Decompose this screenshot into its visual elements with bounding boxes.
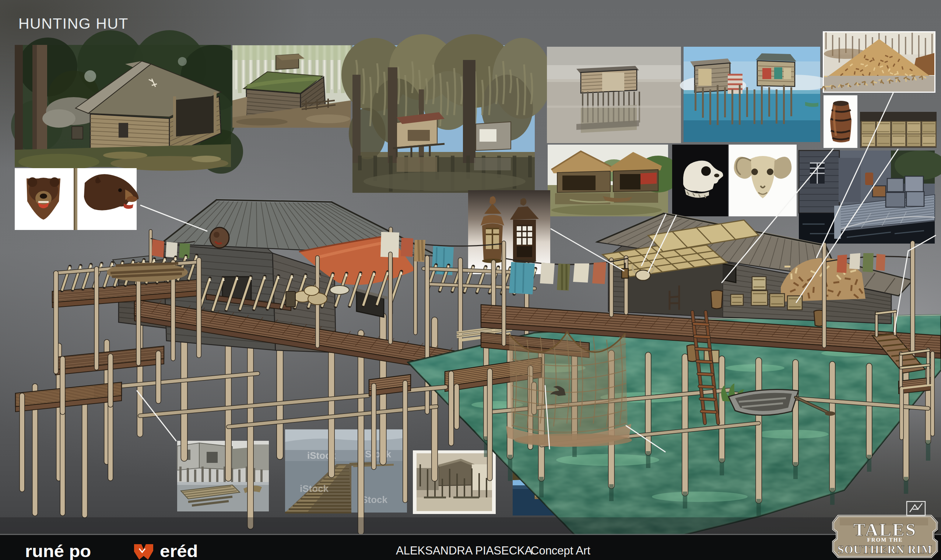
- svg-text:ALEKSANDRA PIASECKA: ALEKSANDRA PIASECKA: [396, 544, 532, 557]
- svg-text:Concept Art: Concept Art: [531, 544, 590, 557]
- svg-text:SOUTHERN RIM: SOUTHERN RIM: [838, 543, 932, 556]
- svg-text:iStock: iStock: [300, 483, 329, 494]
- svg-text:FROM THE: FROM THE: [867, 537, 903, 543]
- svg-text:eréd: eréd: [160, 542, 198, 560]
- svg-text:runé po: runé po: [25, 542, 91, 560]
- svg-text:iStock: iStock: [363, 449, 392, 460]
- svg-text:HUNTING HUT: HUNTING HUT: [19, 15, 128, 32]
